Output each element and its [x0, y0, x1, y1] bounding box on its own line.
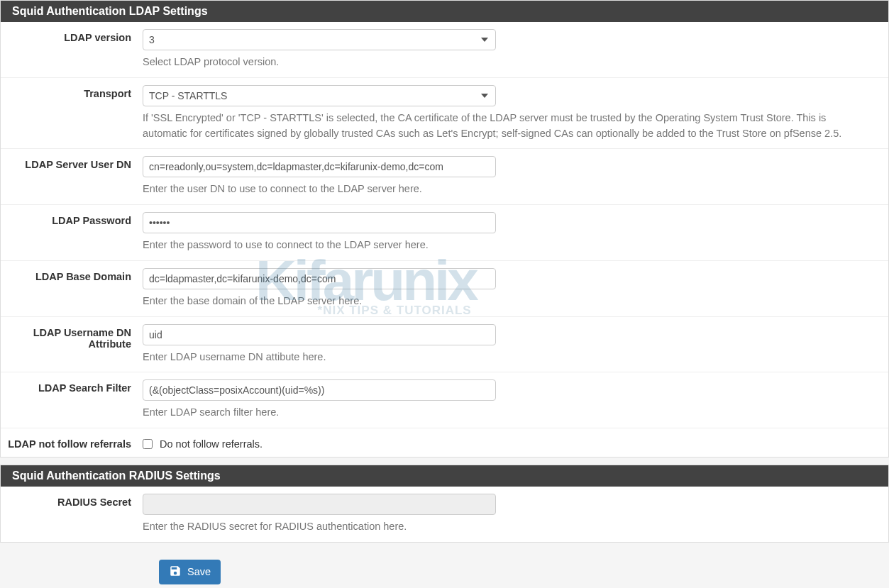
transport-row: Transport TCP - STARTTLS If 'SSL Encrypt…: [1, 78, 888, 150]
base-domain-row: LDAP Base Domain Enter the base domain o…: [1, 261, 888, 317]
user-dn-label: LDAP Server User DN: [1, 156, 143, 170]
ldap-panel-title: Squid Authentication LDAP Settings: [1, 1, 888, 22]
button-bar: Save: [0, 550, 889, 588]
save-icon: [169, 565, 182, 579]
ldap-settings-panel: Squid Authentication LDAP Settings LDAP …: [0, 0, 889, 457]
password-label: LDAP Password: [1, 212, 143, 226]
radius-panel-title: Squid Authentication RADIUS Settings: [1, 465, 888, 487]
username-dn-attr-help: Enter LDAP username DN attibute here.: [143, 350, 866, 365]
search-filter-label: LDAP Search Filter: [1, 379, 143, 394]
password-input[interactable]: [143, 212, 496, 233]
save-button[interactable]: Save: [159, 560, 221, 584]
radius-secret-help: Enter the RADIUS secret for RADIUS authe…: [143, 519, 866, 535]
ldap-version-help: Select LDAP protocol version.: [143, 55, 866, 70]
transport-select[interactable]: TCP - STARTTLS: [143, 85, 496, 106]
user-dn-row: LDAP Server User DN Enter the user DN to…: [1, 149, 888, 205]
ldap-version-select[interactable]: 3: [143, 29, 496, 50]
save-button-label: Save: [187, 566, 211, 577]
base-domain-label: LDAP Base Domain: [1, 268, 143, 282]
no-referrals-row: LDAP not follow referrals Do not follow …: [1, 428, 888, 457]
base-domain-input[interactable]: [143, 268, 496, 289]
radius-secret-row: RADIUS Secret Enter the RADIUS secret fo…: [1, 487, 888, 542]
search-filter-input[interactable]: [143, 379, 496, 401]
user-dn-input[interactable]: [143, 156, 496, 177]
username-dn-attr-label: LDAP Username DN Attribute: [1, 324, 143, 350]
username-dn-attr-row: LDAP Username DN Attribute Enter LDAP us…: [1, 317, 888, 373]
transport-help: If 'SSL Encrypted' or 'TCP - STARTTLS' i…: [143, 111, 866, 142]
no-referrals-checkbox[interactable]: [143, 439, 153, 449]
ldap-version-row: LDAP version 3 Select LDAP protocol vers…: [1, 22, 888, 78]
password-row: LDAP Password Enter the password to use …: [1, 205, 888, 261]
radius-secret-input[interactable]: [143, 494, 496, 515]
search-filter-help: Enter LDAP search filter here.: [143, 405, 866, 421]
radius-secret-label: RADIUS Secret: [1, 494, 143, 508]
ldap-version-label: LDAP version: [1, 29, 143, 43]
password-help: Enter the password to use to connect to …: [143, 238, 866, 253]
radius-settings-panel: Squid Authentication RADIUS Settings RAD…: [0, 465, 889, 543]
no-referrals-label: LDAP not follow referrals: [1, 436, 143, 450]
user-dn-help: Enter the user DN to use to connect to t…: [143, 182, 866, 197]
transport-label: Transport: [1, 85, 143, 99]
search-filter-row: LDAP Search Filter Enter LDAP search fil…: [1, 372, 888, 428]
username-dn-attr-input[interactable]: [143, 324, 496, 345]
base-domain-help: Enter the base domain of the LDAP server…: [143, 294, 866, 309]
no-referrals-checkbox-label: Do not follow referrals.: [160, 438, 263, 450]
